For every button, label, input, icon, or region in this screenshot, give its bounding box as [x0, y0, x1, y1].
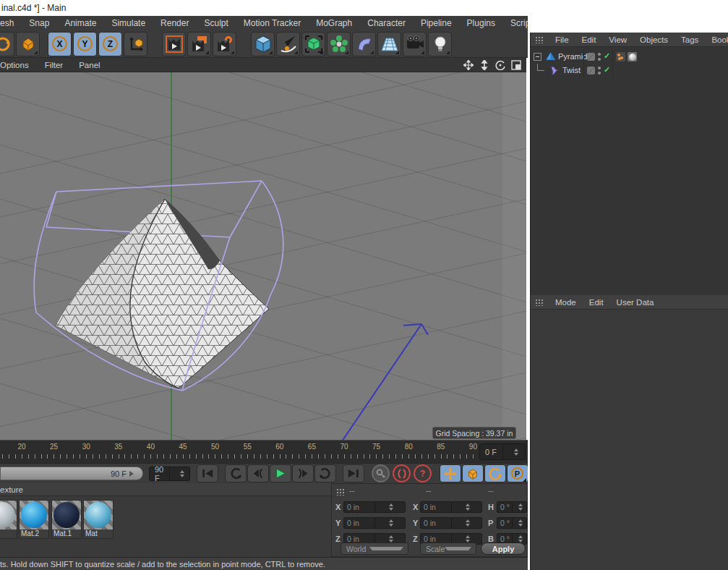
render-settings-button[interactable]	[213, 32, 236, 56]
texture-tag-icon[interactable]	[628, 52, 637, 61]
camera-button[interactable]	[403, 32, 427, 56]
goto-start-button[interactable]	[197, 464, 218, 482]
object-row-pyramid[interactable]: Pyramid ✓	[531, 50, 728, 64]
play-forwards-button[interactable]	[270, 464, 291, 482]
timeline-ruler[interactable]: 202530354045505560657075808590 0 F	[0, 440, 528, 463]
previous-key-button[interactable]	[225, 464, 247, 482]
stepper[interactable]	[374, 518, 406, 528]
material-menu-text[interactable]: exture	[0, 485, 23, 494]
am-menu-mode[interactable]: Mode	[555, 298, 576, 307]
window-titlebar[interactable]: inal.c4d *] - Main	[0, 0, 728, 16]
apply-button[interactable]: Apply	[481, 543, 526, 555]
toggle-panel-icon[interactable]	[510, 59, 521, 70]
size-x-field[interactable]: 0 in	[420, 501, 482, 513]
panel-grip-icon[interactable]	[336, 488, 345, 495]
enabled-check-icon[interactable]: ✓	[604, 51, 610, 61]
material-tile-mat[interactable]: Mat	[83, 500, 114, 539]
menu-snap[interactable]: Snap	[29, 18, 49, 28]
om-menu-tags[interactable]: Tags	[681, 35, 698, 44]
transform-mode-dropdown[interactable]: Scale	[420, 543, 476, 555]
array-generator-button[interactable]	[327, 32, 351, 56]
pos-y-field[interactable]: 0 in	[343, 517, 406, 529]
object-row-twist[interactable]: Twist ✓	[531, 64, 728, 77]
coordinate-space-dropdown[interactable]: World	[341, 543, 408, 555]
layer-toggle-icon[interactable]	[587, 67, 595, 75]
spline-pen-button[interactable]	[276, 32, 300, 56]
visibility-dots-icon[interactable]	[598, 67, 601, 75]
rot-p-field[interactable]: 0 °	[497, 517, 527, 529]
material-tile-partial[interactable]: B	[0, 500, 17, 539]
floor-environment-button[interactable]	[377, 32, 401, 56]
goto-end-button[interactable]	[343, 464, 364, 482]
am-menu-edit[interactable]: Edit	[589, 298, 604, 307]
menu-render[interactable]: Render	[160, 18, 189, 28]
next-key-button[interactable]	[314, 464, 336, 482]
layer-toggle-icon[interactable]	[587, 53, 595, 61]
expander-icon[interactable]	[534, 53, 541, 61]
menu-script[interactable]: Script	[510, 18, 528, 28]
current-frame-field[interactable]: 0 F	[479, 443, 526, 460]
light-button[interactable]	[428, 32, 452, 56]
subdivision-surface-button[interactable]	[301, 32, 325, 56]
viewport-menu-options[interactable]: Options	[0, 61, 29, 69]
menu-motion-tracker[interactable]: Motion Tracker	[244, 18, 301, 28]
menu-simulate[interactable]: Simulate	[111, 18, 145, 28]
max-frame-field[interactable]: 90 F	[149, 467, 190, 481]
stepper[interactable]	[451, 518, 482, 528]
primitive-cube-button[interactable]	[251, 32, 275, 56]
previous-frame-button[interactable]	[247, 464, 269, 482]
lock-x-axis-button[interactable]: X	[48, 32, 72, 56]
phong-tag-icon[interactable]	[616, 52, 625, 61]
max-frame-stepper[interactable]	[169, 467, 189, 480]
om-menu-edit[interactable]: Edit	[582, 35, 596, 44]
lock-y-axis-button[interactable]: Y	[73, 32, 97, 56]
stepper[interactable]	[512, 518, 527, 528]
enabled-check-icon[interactable]: ✓	[604, 65, 610, 75]
viewport-menu-panel[interactable]: Panel	[79, 61, 100, 69]
record-keyframe-button[interactable]	[393, 464, 411, 482]
record-position-button[interactable]	[440, 464, 461, 482]
object-manager-list[interactable]: Pyramid ✓ Twist ✓	[531, 47, 728, 295]
viewport-menu-filter[interactable]: Filter	[45, 61, 64, 69]
menu-character[interactable]: Character	[367, 18, 406, 28]
frame-stepper[interactable]	[502, 444, 526, 459]
menu-sculpt[interactable]: Sculpt	[204, 18, 228, 28]
stepper[interactable]	[374, 502, 406, 512]
lock-z-axis-button[interactable]: Z	[98, 32, 122, 56]
pos-x-field[interactable]: 0 in	[343, 501, 406, 513]
key-interpolation-button[interactable]	[372, 464, 390, 482]
material-tile-mat1[interactable]: Mat.1	[51, 500, 82, 539]
size-y-field[interactable]: 0 in	[420, 517, 482, 529]
stepper[interactable]	[512, 502, 527, 512]
am-menu-user-data[interactable]: User Data	[617, 298, 654, 307]
autokey-button[interactable]: ?	[414, 464, 432, 482]
rot-h-field[interactable]: 0 °	[497, 501, 527, 513]
render-picture-viewer-button[interactable]	[187, 32, 211, 56]
stepper[interactable]	[451, 502, 482, 512]
menu-plugins[interactable]: Plugins	[467, 18, 495, 28]
menu-animate[interactable]: Animate	[64, 18, 96, 28]
dolly-view-icon[interactable]	[479, 59, 489, 70]
panel-grip-icon[interactable]	[535, 299, 544, 306]
menu-pipeline[interactable]: Pipeline	[421, 18, 452, 28]
viewport-3d-canvas[interactable]: Grid Spacing : 39.37 in	[0, 72, 526, 440]
next-frame-button[interactable]	[292, 464, 314, 482]
object-name[interactable]: Twist	[562, 66, 581, 75]
pan-view-icon[interactable]	[463, 59, 474, 70]
render-view-button[interactable]	[162, 32, 186, 56]
record-scale-button[interactable]	[462, 464, 484, 482]
coordinate-system-button[interactable]	[124, 32, 147, 56]
om-menu-objects[interactable]: Objects	[640, 35, 668, 44]
panel-grip-icon[interactable]	[535, 36, 544, 43]
visibility-dots-icon[interactable]	[598, 53, 601, 61]
rotate-view-icon[interactable]	[494, 59, 505, 70]
om-menu-view[interactable]: View	[609, 35, 627, 44]
rotate-tool-button[interactable]	[0, 32, 14, 56]
menu-mograph[interactable]: MoGraph	[316, 18, 352, 28]
menu-esh[interactable]: esh	[0, 18, 14, 28]
preview-range-slider[interactable]: 90 F	[0, 467, 143, 480]
om-menu-file[interactable]: File	[555, 35, 569, 44]
material-menu-bar[interactable]: exture	[0, 483, 331, 496]
record-rotation-button[interactable]	[484, 464, 506, 482]
bend-deformer-button[interactable]	[352, 32, 376, 56]
